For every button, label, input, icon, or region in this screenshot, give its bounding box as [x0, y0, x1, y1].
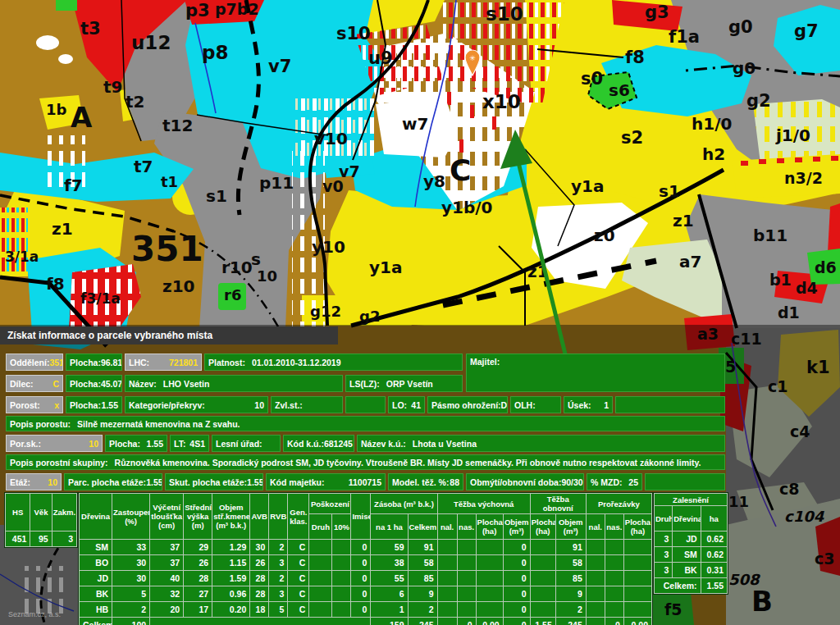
- column-header: Těžba výchovná: [437, 494, 530, 514]
- map-label: y1a: [369, 258, 402, 277]
- table-cell: 26: [250, 555, 269, 571]
- field-value: 88: [450, 477, 459, 487]
- field-nazev_ku: Název k.ú.:Lhota u Vsetina: [357, 435, 725, 452]
- table-cell: 29: [184, 540, 212, 555]
- field-lhc: LHC:721801: [125, 354, 202, 371]
- table-cell: 2: [555, 602, 586, 618]
- column-header: Těžba obnovní: [530, 494, 586, 514]
- column-header: Plocha (ha): [623, 514, 651, 540]
- table-cell: SM: [673, 547, 701, 563]
- map-label: y1a: [571, 176, 604, 196]
- table-cell: 0: [351, 555, 371, 571]
- column-header: Imise: [351, 494, 371, 540]
- field-value: 01.01.2010-31.12.2019: [252, 358, 341, 367]
- field-label: Název:: [129, 379, 157, 389]
- table-cell: 59: [371, 540, 408, 555]
- table-cell: [586, 586, 605, 602]
- table-cell: [332, 555, 351, 571]
- table-cell: 2: [408, 602, 437, 618]
- table-cell: 0: [503, 602, 530, 618]
- field-value: 1.55: [247, 477, 263, 487]
- map-label: f1a: [669, 27, 700, 47]
- table-cell: 33: [112, 540, 150, 555]
- field-label: Lesní úřad:: [216, 439, 262, 449]
- map-label: d1: [778, 303, 800, 322]
- field-skut_plocha: Skut. plocha etáže:1.55: [165, 473, 263, 490]
- table-cell: 0.62: [701, 531, 727, 547]
- field-value: Různověká kmenovina. Sporadický podrost …: [115, 458, 701, 468]
- table-cell: 3: [52, 531, 76, 547]
- field-parc_plocha: Parc. plocha etáže:1.55: [64, 473, 162, 490]
- table-cell: [586, 618, 605, 625]
- table-cell: 1.29: [212, 540, 250, 555]
- table-cell: 0.00: [476, 618, 503, 625]
- field-label: Zvl.st.:: [275, 400, 303, 410]
- column-header: Střední výška (m): [184, 494, 212, 540]
- table-cell: 85: [408, 571, 437, 586]
- column-header: Celkem: [408, 514, 437, 540]
- map-label: p8: [202, 42, 228, 63]
- field-porost: Porost:x: [6, 396, 63, 413]
- field-value: 4S1: [189, 439, 205, 449]
- map-label: x10: [482, 91, 521, 112]
- column-header: nal.: [586, 514, 605, 540]
- map-label: b1: [769, 271, 792, 289]
- table-cell: [530, 586, 555, 602]
- field-label: Obmýtí/obnovní doba:: [470, 477, 561, 487]
- field-popis_skupiny: Popis porostní skupiny:Různověká kmenovi…: [6, 454, 725, 470]
- table-cell: [437, 540, 457, 555]
- map-label: p3: [185, 1, 210, 21]
- map-attribution: Seznam.cz, a.s.: [8, 610, 61, 618]
- table-cell: 451: [6, 531, 30, 547]
- table-cell: 0: [351, 540, 371, 555]
- map-label: z0: [594, 226, 615, 245]
- table-cell: 30: [112, 555, 150, 571]
- table-cell: [150, 618, 371, 625]
- table-cell: 9: [408, 586, 437, 602]
- svg-text:✳: ✳: [469, 54, 476, 62]
- map-label: t9: [103, 77, 122, 97]
- table-cell: [476, 540, 503, 555]
- field-label: Popis porostní skupiny:: [10, 458, 108, 468]
- field-label: Model. těž. %:: [392, 477, 449, 487]
- table-cell: [586, 571, 605, 586]
- table-cell: 0.96: [212, 586, 250, 602]
- table-cell: BO: [80, 555, 112, 571]
- map-label: g0: [733, 58, 756, 78]
- table-cell: 1: [371, 602, 408, 618]
- field-label: Plocha:: [70, 358, 101, 367]
- map-label: s2: [621, 128, 643, 148]
- table-cell: 0.20: [212, 602, 250, 618]
- table-cell: [332, 540, 351, 555]
- table-cell: [437, 602, 457, 618]
- field-usek: Úsek:1: [564, 396, 613, 413]
- table-cell: 0.31: [701, 563, 727, 578]
- map-label: p7b2: [215, 0, 259, 18]
- table-cell: [309, 540, 332, 555]
- field-label: Plocha:: [109, 439, 140, 449]
- map-label: z10: [162, 276, 194, 296]
- table-cell: [605, 586, 623, 602]
- field-value: x: [54, 400, 59, 410]
- column-header: ha: [701, 506, 727, 531]
- column-header: nas.: [605, 514, 623, 540]
- map-label: u12: [131, 32, 171, 53]
- table-cell: [437, 618, 457, 625]
- map-label: d6: [815, 258, 837, 276]
- field-value: 1.55: [102, 400, 118, 410]
- table-cell: [586, 555, 605, 571]
- table-cell: 100: [112, 618, 150, 625]
- table-cell: Celkem:: [655, 578, 701, 594]
- map-label: d4: [796, 279, 818, 297]
- species-table: DřevinaZastoupení (%)Výčetní tloušťka (c…: [79, 493, 652, 625]
- map-label: 3/1a: [5, 249, 39, 265]
- map-label: a7: [679, 252, 701, 271]
- table-cell: 38: [371, 555, 408, 571]
- field-value: 96.81: [101, 358, 122, 367]
- table-cell: [476, 555, 503, 571]
- table-cell: [476, 602, 503, 618]
- field-value: Lhota u Vsetina: [413, 439, 477, 449]
- table-cell: 1.59: [212, 571, 250, 586]
- column-header: Druh: [655, 506, 673, 531]
- table-cell: BK: [673, 563, 701, 578]
